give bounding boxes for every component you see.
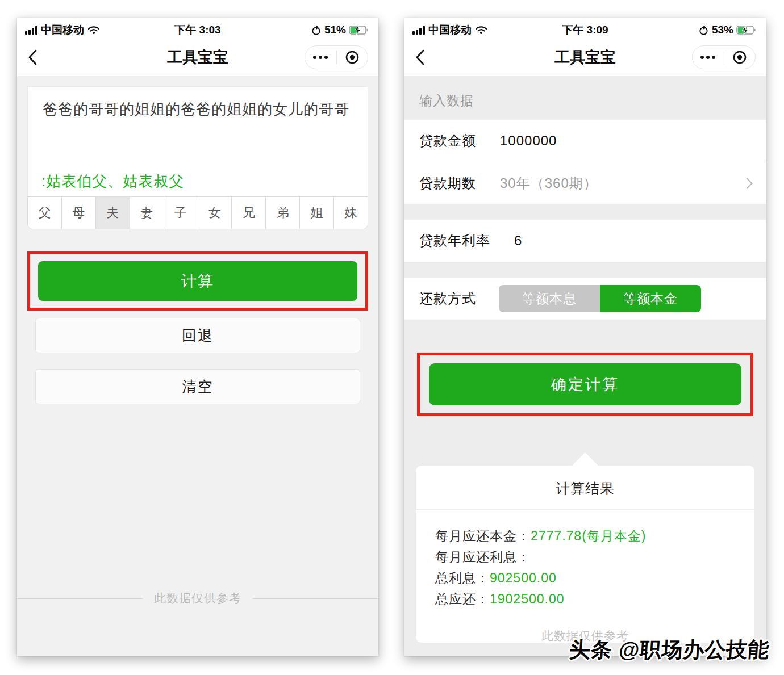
nav-bar: 工具宝宝 (17, 39, 378, 76)
battery-charging-icon (349, 25, 369, 35)
relation-key-younger-brother[interactable]: 弟 (265, 197, 299, 229)
repayment-method-toggle: 等额本息 等额本金 (499, 285, 701, 312)
undo-button[interactable]: 回退 (35, 318, 360, 353)
relation-key-husband[interactable]: 夫 (95, 197, 130, 229)
method-label: 还款方式 (419, 290, 476, 308)
relation-key-wife[interactable]: 妻 (130, 197, 164, 229)
battery-percent: 53% (712, 24, 733, 36)
monthly-principal-line: 每月应还本金：2777.78(每月本金) (435, 526, 735, 547)
annotation-red-box: 确定计算 (417, 353, 753, 416)
kinship-calculator-screen: 中国移动 下午 3:03 51% (17, 18, 378, 656)
chevron-right-icon (741, 178, 753, 189)
status-bar: 中国移动 下午 3:09 53% (404, 18, 766, 39)
rate-input[interactable]: 6 (514, 233, 522, 249)
relation-key-father[interactable]: 父 (28, 197, 61, 229)
rate-row: 贷款年利率 6 (404, 220, 766, 262)
kinship-query-input[interactable]: 爸爸的哥哥的姐姐的爸爸的姐姐的女儿的哥哥 :姑表伯父、姑表叔父 (27, 86, 368, 196)
method-group: 还款方式 等额本息 等额本金 (404, 278, 766, 320)
relation-keypad: 父 母 夫 妻 子 女 兄 弟 姐 妹 (27, 196, 368, 229)
status-right: 53% (698, 24, 757, 36)
monthly-interest-label: 每月应还利息： (435, 550, 531, 564)
rate-group: 贷款年利率 6 (404, 220, 766, 262)
monthly-interest-line: 每月应还利息： (435, 547, 735, 568)
miniprogram-capsule (305, 45, 368, 69)
relation-key-mother[interactable]: 母 (61, 197, 95, 229)
kinship-answer-text: :姑表伯父、姑表叔父 (41, 171, 184, 191)
result-card: 计算结果 每月应还本金：2777.78(每月本金) 每月应还利息： 总利息：90… (416, 466, 754, 643)
more-options-icon[interactable] (693, 46, 724, 69)
screenshot-canvas: 中国移动 下午 3:03 51% (0, 0, 784, 675)
watermark-text: 头条 @职场办公技能 (568, 636, 770, 664)
status-right: 51% (311, 24, 369, 36)
total-repay-line: 总应还：1902500.00 (435, 589, 735, 610)
back-icon[interactable] (27, 46, 50, 69)
method-row: 还款方式 等额本息 等额本金 (404, 278, 766, 320)
nav-bar: 工具宝宝 (404, 39, 766, 76)
more-options-icon[interactable] (305, 46, 336, 69)
section-title: 输入数据 (404, 76, 766, 120)
disclaimer-note: 此数据仅供参考 (17, 590, 378, 606)
loan-amount-label: 贷款金额 (419, 132, 476, 150)
loan-amount-row: 贷款金额 1000000 (404, 120, 766, 162)
orientation-lock-icon (698, 25, 709, 36)
spacer (404, 204, 766, 220)
rate-label: 贷款年利率 (419, 232, 490, 250)
divider-line (17, 598, 143, 599)
result-title: 计算结果 (416, 466, 754, 510)
disclaimer-text: 此数据仅供参考 (154, 590, 241, 606)
orientation-lock-icon (311, 25, 322, 36)
back-icon[interactable] (415, 46, 437, 69)
battery-percent: 51% (324, 24, 346, 36)
spacer (404, 262, 766, 278)
loan-term-label: 贷款期数 (419, 174, 476, 192)
relation-key-younger-sister[interactable]: 妹 (333, 197, 368, 229)
battery-charging-icon (736, 25, 757, 35)
total-interest-label: 总利息： (435, 571, 490, 585)
close-miniprogram-icon[interactable] (724, 46, 756, 69)
caret-up-icon (572, 452, 598, 466)
loan-input-group: 贷款金额 1000000 贷款期数 30年（360期） (404, 120, 766, 204)
relation-key-daughter[interactable]: 女 (198, 197, 232, 229)
confirm-calculate-button[interactable]: 确定计算 (429, 363, 741, 405)
loan-amount-input[interactable]: 1000000 (500, 133, 557, 149)
status-bar: 中国移动 下午 3:03 51% (17, 18, 378, 39)
divider-line (253, 598, 378, 599)
close-miniprogram-icon[interactable] (337, 46, 368, 69)
annotation-red-box: 计算 (27, 251, 368, 311)
result-body: 每月应还本金：2777.78(每月本金) 每月应还利息： 总利息：902500.… (416, 510, 754, 643)
loan-term-row[interactable]: 贷款期数 30年（360期） (404, 162, 766, 204)
calculate-button[interactable]: 计算 (38, 261, 357, 301)
total-interest-line: 总利息：902500.00 (435, 568, 735, 589)
loan-term-value: 30年（360期） (500, 174, 598, 192)
relation-key-son[interactable]: 子 (164, 197, 198, 229)
clear-button[interactable]: 清空 (35, 369, 360, 404)
total-repay-label: 总应还： (435, 592, 490, 606)
kinship-query-text: 爸爸的哥哥的姐姐的爸爸的姐姐的女儿的哥哥 (43, 100, 349, 118)
total-interest-value: 902500.00 (490, 571, 557, 585)
total-repay-value: 1902500.00 (490, 592, 565, 606)
monthly-principal-label: 每月应还本金： (435, 529, 531, 543)
loan-calculator-screen: 中国移动 下午 3:09 53% (404, 18, 766, 656)
relation-key-elder-brother[interactable]: 兄 (231, 197, 265, 229)
relation-key-elder-sister[interactable]: 姐 (299, 197, 333, 229)
monthly-principal-value: 2777.78(每月本金) (531, 529, 646, 543)
method-option-equal-installment[interactable]: 等额本息 (499, 285, 600, 312)
miniprogram-capsule (692, 45, 756, 69)
method-option-equal-principal[interactable]: 等额本金 (600, 285, 701, 312)
